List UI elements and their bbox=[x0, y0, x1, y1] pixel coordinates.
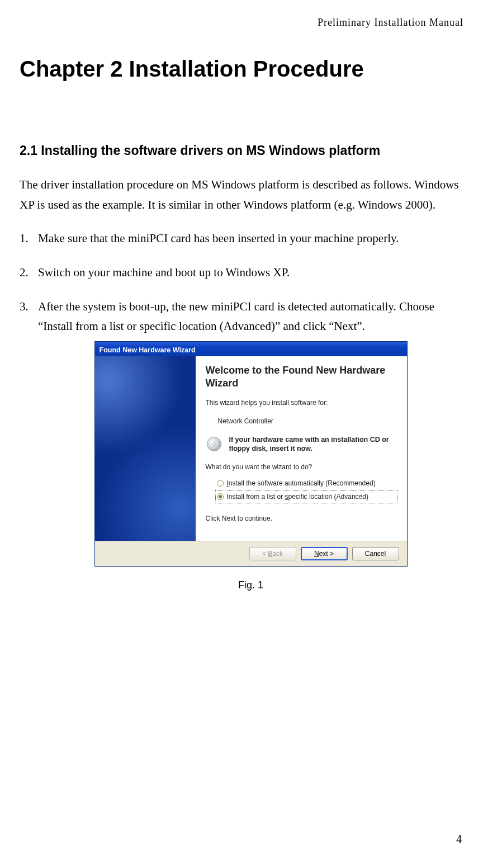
radio-install-auto[interactable]: Install the software automatically (Reco… bbox=[216, 477, 397, 489]
wizard-body: Welcome to the Found New Hardware Wizard… bbox=[95, 356, 407, 541]
radio-auto-label: Install the software automatically (Reco… bbox=[227, 478, 376, 489]
step-3-text: After the system is boot-up, the new min… bbox=[38, 300, 434, 333]
wizard-side-graphic bbox=[95, 356, 196, 541]
wizard-device: Network Controller bbox=[218, 416, 397, 427]
radio-install-list[interactable]: Install from a list or specific location… bbox=[216, 490, 397, 503]
back-button: < Back bbox=[249, 547, 296, 560]
wizard-cd-note: If your hardware came with an installati… bbox=[229, 436, 397, 453]
wizard-main: Welcome to the Found New Hardware Wizard… bbox=[196, 356, 407, 541]
wizard-screenshot: Found New Hardware Wizard Welcome to the… bbox=[38, 341, 463, 567]
intro-paragraph: The driver installation procedure on MS … bbox=[20, 175, 463, 215]
wizard-radio-group: Install the software automatically (Reco… bbox=[216, 477, 397, 503]
ordered-steps: Make sure that the miniPCI card has been… bbox=[20, 229, 463, 593]
cancel-button[interactable]: Cancel bbox=[352, 547, 399, 560]
section-title: 2.1 Installing the software drivers on M… bbox=[20, 143, 463, 158]
figure-caption: Fig. 1 bbox=[38, 577, 463, 594]
step-2: Switch on your machine and boot up to Wi… bbox=[20, 263, 463, 283]
cd-icon bbox=[206, 436, 224, 454]
radio-list-label: Install from a list or specific location… bbox=[227, 491, 368, 502]
wizard-welcome: Welcome to the Found New Hardware Wizard bbox=[206, 364, 397, 389]
radio-icon bbox=[217, 480, 224, 487]
running-header: Preliminary Installation Manual bbox=[20, 17, 463, 29]
wizard-prompt: What do you want the wizard to do? bbox=[206, 461, 397, 473]
next-button[interactable]: Next > bbox=[301, 547, 348, 560]
wizard-cd-row: If your hardware came with an installati… bbox=[206, 436, 397, 454]
wizard-footer: < Back Next > Cancel bbox=[95, 541, 407, 566]
wizard-titlebar: Found New Hardware Wizard bbox=[95, 342, 407, 356]
step-1: Make sure that the miniPCI card has been… bbox=[20, 229, 463, 249]
wizard-continue: Click Next to continue. bbox=[206, 513, 397, 524]
chapter-title: Chapter 2 Installation Procedure bbox=[20, 56, 463, 82]
page-number: 4 bbox=[456, 833, 462, 846]
wizard-window: Found New Hardware Wizard Welcome to the… bbox=[94, 341, 408, 567]
wizard-helps-text: This wizard helps you install software f… bbox=[206, 397, 397, 408]
radio-icon bbox=[217, 493, 224, 500]
step-3: After the system is boot-up, the new min… bbox=[20, 297, 463, 594]
